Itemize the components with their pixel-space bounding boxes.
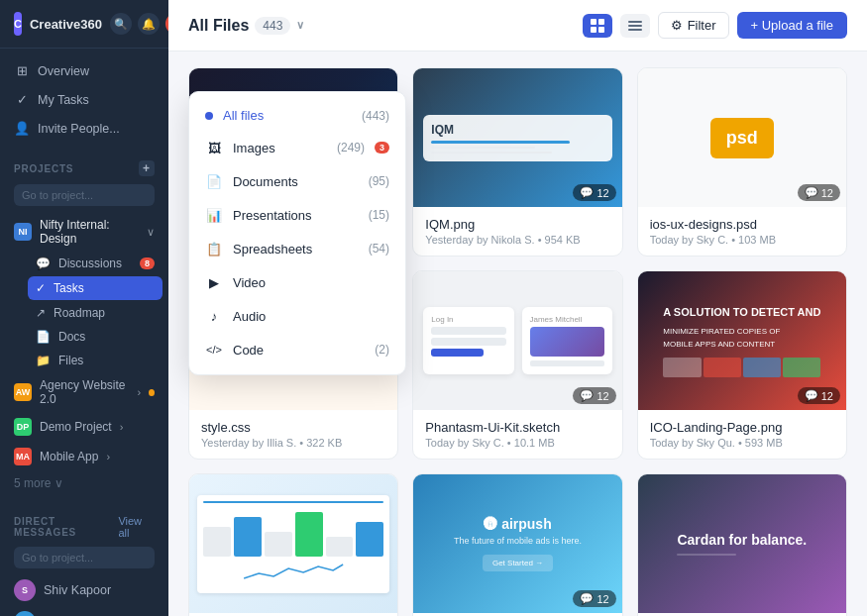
filter-documents-count: (95) <box>369 174 389 188</box>
ico-name: ICO-Landing-Page.png <box>650 420 834 435</box>
file-card-ads-dashboard[interactable]: ads-dashboard-analytics.jpg Yesterday by… <box>188 473 398 616</box>
project-nifty[interactable]: NI Nifty Internal: Design ∨ <box>0 212 168 252</box>
ios-comment-count: 12 <box>821 187 833 199</box>
file-card-ads-onboarding[interactable]: 🅐 airpush The future of mobile ads is he… <box>412 473 622 616</box>
subnav-roadmap[interactable]: ↗ Roadmap <box>28 301 168 325</box>
documents-icon: 📄 <box>205 172 223 190</box>
ads-dashboard-thumbnail <box>189 474 397 613</box>
upload-file-button[interactable]: + Upload a file <box>737 12 847 39</box>
list-icon <box>628 19 642 33</box>
sidebar: C Creative360 🔍 🔔 NI ⊞ Overview ✓ My Tas… <box>0 0 168 616</box>
filter-audio[interactable]: ♪ Audio <box>189 299 405 333</box>
discussions-badge: 8 <box>140 257 155 269</box>
discussions-icon: 💬 <box>36 257 51 270</box>
page-title: All Files 443 ∨ <box>188 17 304 35</box>
phantasm-name: Phantasm-Ui-Kit.sketch <box>425 420 609 435</box>
top-nav: ⊞ Overview ✓ My Tasks 👤 Invite People... <box>0 49 168 151</box>
onboarding-comment-count: 12 <box>596 593 608 605</box>
add-project-button[interactable]: + <box>139 160 155 176</box>
filter-button[interactable]: ⚙ Filter <box>658 12 729 39</box>
ios-ux-meta: Today by Sky C. • 103 MB <box>650 234 834 246</box>
app-name: Creative360 <box>30 17 102 32</box>
iqm-comments: 💬12 <box>573 184 615 201</box>
mobile-chevron: › <box>106 451 110 462</box>
project-mobile-label: Mobile App <box>40 450 98 463</box>
subnav-roadmap-label: Roadmap <box>54 306 105 320</box>
subnav-docs[interactable]: 📄 Docs <box>28 325 168 349</box>
dm-section-header: DIRECT MESSAGES View all <box>0 507 168 543</box>
grid-view-button[interactable] <box>583 14 612 38</box>
filter-documents[interactable]: 📄 Documents (95) <box>189 164 405 198</box>
tasks-icon: ✓ <box>14 92 30 107</box>
filter-spreadsheets-label: Spreadsheets <box>233 242 359 257</box>
video-icon: ▶ <box>205 273 223 291</box>
filter-documents-label: Documents <box>233 174 359 189</box>
nav-invite[interactable]: 👤 Invite People... <box>0 114 168 143</box>
ico-meta: Today by Sky Qu. • 593 MB <box>650 437 834 449</box>
filter-presentations[interactable]: 📊 Presentations (15) <box>189 198 405 232</box>
list-view-button[interactable] <box>620 14 650 38</box>
iqm-thumbnail: IQM 💬12 <box>413 68 621 207</box>
tasks-check-icon: ✓ <box>36 281 46 295</box>
app-logo: C <box>14 12 22 36</box>
filter-images[interactable]: 🖼 Images (249) 3 <box>189 131 405 164</box>
title-dropdown-chevron[interactable]: ∨ <box>296 19 304 32</box>
filter-images-label: Images <box>233 141 327 155</box>
invite-icon: 👤 <box>14 121 30 136</box>
filter-code[interactable]: </> Code (2) <box>189 333 405 366</box>
agency-badge: AW <box>14 383 32 401</box>
file-card-phantasm[interactable]: Log In James Mitchell 💬12 <box>412 270 622 460</box>
ios-comments: 💬12 <box>798 184 840 201</box>
subnav-files[interactable]: 📁 Files <box>28 349 168 372</box>
cardan-thumbnail: Cardan for balance. <box>638 474 846 613</box>
psd-icon: psd <box>710 118 774 158</box>
ios-ux-thumbnail: psd 💬12 <box>638 68 846 207</box>
more-projects-link[interactable]: 5 more ∨ <box>0 471 168 495</box>
nav-my-tasks[interactable]: ✓ My Tasks <box>0 85 168 114</box>
file-card-ios-ux[interactable]: psd 💬12 ios-ux-designs.psd Today by Sky … <box>637 67 847 257</box>
nav-overview-label: Overview <box>38 64 89 78</box>
images-notif-badge: 3 <box>375 142 389 154</box>
filter-audio-label: Audio <box>233 309 389 324</box>
sidebar-header: C Creative360 🔍 🔔 NI <box>0 0 168 49</box>
ico-thumbnail: A SOLUTION TO DETECT AND MINIMIZE PIRATE… <box>638 271 846 410</box>
filter-spreadsheets[interactable]: 📋 Spreadsheets (54) <box>189 232 405 265</box>
filter-spreadsheets-count: (54) <box>369 242 389 256</box>
file-card-ico[interactable]: A SOLUTION TO DETECT AND MINIMIZE PIRATE… <box>637 270 847 460</box>
dm-sky[interactable]: S Sky Calibey 11 <box>0 606 168 616</box>
project-mobile[interactable]: MA Mobile App › <box>0 442 168 471</box>
sidebar-header-icons: 🔍 🔔 NI <box>110 13 168 35</box>
notifications-icon[interactable]: 🔔 <box>138 13 160 35</box>
filter-all-count: (443) <box>362 109 389 123</box>
docs-icon: 📄 <box>36 330 51 344</box>
project-agency[interactable]: AW Agency Website 2.0 › <box>0 372 168 412</box>
filter-code-count: (2) <box>375 343 389 357</box>
dm-shiv-label: Shiv Kapoor <box>44 583 111 597</box>
project-demo[interactable]: DP Demo Project › <box>0 412 168 442</box>
nav-overview[interactable]: ⊞ Overview <box>0 56 168 85</box>
iqm-meta: Yesterday by Nikola S. • 954 KB <box>425 234 609 246</box>
search-project-input[interactable] <box>14 184 155 206</box>
search-dm-input[interactable] <box>14 547 155 568</box>
onboarding-comments: 💬12 <box>573 590 615 607</box>
page-title-text: All Files <box>188 17 249 35</box>
subnav-tasks[interactable]: ✓ Tasks <box>28 276 163 300</box>
filter-all-label: All files <box>223 108 352 123</box>
file-card-cardan[interactable]: Cardan for balance. Cardan-for-balance. … <box>637 473 847 616</box>
grid-icon <box>591 19 604 33</box>
filter-video[interactable]: ▶ Video <box>189 265 405 299</box>
dm-label: DIRECT MESSAGES <box>14 516 118 538</box>
file-card-iqm[interactable]: IQM 💬12 IQM.png Yesterday by Nikola S. •… <box>412 67 622 257</box>
search-icon[interactable]: 🔍 <box>110 13 132 35</box>
audio-icon: ♪ <box>205 307 223 325</box>
project-agency-label: Agency Website 2.0 <box>40 378 129 406</box>
filter-presentations-label: Presentations <box>233 208 359 223</box>
shiv-avatar: S <box>14 579 36 601</box>
ico-info: ICO-Landing-Page.png Today by Sky Qu. • … <box>638 410 846 459</box>
spreadsheets-icon: 📋 <box>205 240 223 257</box>
dm-shiv[interactable]: S Shiv Kapoor <box>0 574 168 606</box>
subnav-discussions[interactable]: 💬 Discussions 8 <box>28 252 168 275</box>
ads-onboarding-thumbnail: 🅐 airpush The future of mobile ads is he… <box>413 474 621 613</box>
filter-all-files[interactable]: All files (443) <box>189 100 405 131</box>
view-all-dm-link[interactable]: View all <box>118 515 155 539</box>
